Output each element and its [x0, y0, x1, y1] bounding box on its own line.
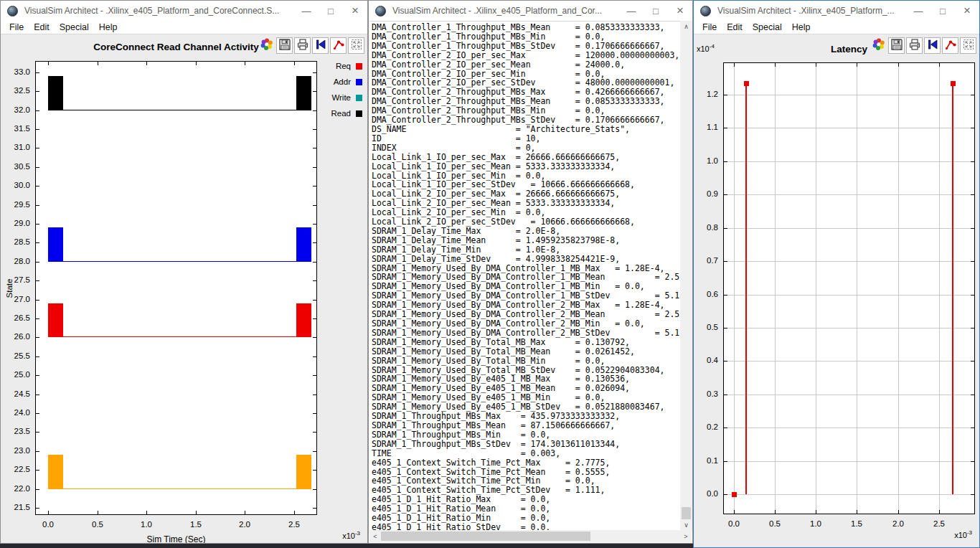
x-tick-label: 2.0: [232, 520, 258, 529]
x-tick: [734, 63, 735, 67]
chart-coreconnect-activity[interactable]: 0.00.51.01.52.02.533.032.532.031.531.030…: [1, 34, 367, 543]
y-tick-label: 1.2: [694, 90, 718, 98]
x-tick: [939, 63, 940, 67]
toolbar-button-stem-plot[interactable]: [330, 37, 347, 54]
x-tick: [146, 62, 147, 65]
y-tick: [36, 280, 39, 281]
titlebar[interactable]: VisualSim Architect - .Xilinx_e405_Platf…: [369, 1, 692, 21]
legend-label: Addr: [334, 77, 351, 86]
y-tick-label: 29.5: [5, 200, 30, 209]
close-button[interactable]: ×: [343, 1, 367, 21]
x-tick: [146, 511, 147, 514]
y-tick-label: 1.0: [694, 156, 718, 165]
y-tick-label: 0.8: [694, 223, 718, 232]
legend-item-write: Write: [319, 93, 362, 102]
y-tick: [36, 432, 39, 433]
gridline-vertical: [939, 62, 940, 514]
x-tick: [294, 511, 295, 514]
y-tick: [36, 167, 39, 168]
app-icon: [7, 6, 18, 16]
y-tick: [313, 280, 316, 281]
menu-edit[interactable]: Edit: [722, 22, 748, 32]
y-tick: [724, 228, 727, 229]
minimize-button[interactable]: —: [619, 1, 644, 21]
close-button[interactable]: ×: [668, 1, 692, 21]
menu-file[interactable]: File: [697, 22, 722, 32]
y-tick-label: 24.0: [5, 408, 30, 417]
x-tick: [898, 510, 899, 514]
gridline-vertical: [734, 62, 735, 514]
y-tick: [971, 494, 974, 495]
window-coreconnect-activity: VisualSim Architect - .Xilinx_e405_Platf…: [0, 0, 368, 544]
titlebar[interactable]: VisualSim Architect - .Xilinx_e405_Platf…: [694, 1, 979, 21]
x-tick-label: 0.0: [35, 520, 61, 529]
y-tick: [36, 72, 39, 73]
y-tick-label: 21.5: [5, 503, 30, 511]
titlebar[interactable]: VisualSim Architect - .Xilinx_e405_Platf…: [1, 1, 367, 21]
menu-help[interactable]: Help: [787, 22, 816, 32]
y-tick: [313, 91, 316, 92]
y-tick: [313, 375, 316, 376]
x-tick: [245, 511, 245, 514]
y-tick: [36, 337, 39, 338]
scroll-up-button[interactable]: ∧: [680, 21, 692, 32]
gridline-horizontal: [723, 128, 975, 128]
y-tick: [36, 470, 39, 471]
maximize-button[interactable]: □: [930, 1, 955, 21]
gridline-horizontal: [723, 95, 975, 95]
x-tick: [48, 511, 49, 514]
y-tick: [313, 337, 316, 338]
scroll-right-button[interactable]: >: [680, 530, 692, 542]
minimize-button[interactable]: —: [294, 1, 319, 21]
horizontal-scrollbar[interactable]: < >: [369, 530, 692, 542]
menu-file[interactable]: File: [4, 22, 29, 32]
y-tick: [313, 356, 316, 357]
stem-line: [745, 83, 747, 494]
y-tick-label: 0.0: [694, 489, 718, 498]
close-button[interactable]: ×: [955, 1, 979, 21]
y-tick: [313, 205, 316, 206]
y-tick: [36, 451, 39, 452]
window-architecture-stats: VisualSim Architect - .Xilinx_e405_Platf…: [368, 0, 693, 544]
scroll-down-button[interactable]: ∨: [680, 519, 692, 531]
y-tick: [971, 194, 974, 195]
x-tick-label: 1.0: [803, 519, 829, 528]
y-tick: [313, 300, 316, 301]
y-tick: [36, 205, 39, 206]
gridline-horizontal: [723, 228, 975, 229]
scroll-left-button[interactable]: <: [369, 530, 381, 542]
legend-item-addr: Addr: [319, 77, 362, 86]
menu-special[interactable]: Special: [55, 22, 94, 32]
y-tick-label: 26.0: [5, 332, 30, 341]
gridline-vertical: [816, 62, 816, 514]
x-tick-label: 0.5: [85, 520, 110, 529]
menu-special[interactable]: Special: [748, 22, 787, 32]
gridline-vertical: [775, 62, 776, 514]
y-tick-label: 0.2: [694, 422, 718, 431]
x-scale-label: x10-3: [342, 530, 360, 540]
vertical-scrollbar[interactable]: ∧ ∨: [680, 21, 692, 531]
toolbar-button-fullscreen[interactable]: [348, 37, 364, 54]
y-tick: [36, 91, 39, 92]
menu-edit[interactable]: Edit: [29, 22, 55, 32]
y-tick-label: 0.3: [694, 389, 718, 398]
horizontal-scroll-thumb[interactable]: [381, 532, 590, 541]
maximize-button[interactable]: □: [644, 1, 668, 21]
menu-bar: FileEditSpecialHelp: [1, 21, 367, 34]
chart-latency[interactable]: 0.00.51.01.52.02.50.00.10.20.30.40.50.60…: [694, 34, 979, 547]
y-tick: [36, 110, 39, 111]
x-tick: [98, 62, 98, 65]
x-tick-label: 1.5: [844, 519, 870, 528]
y-tick: [724, 128, 727, 128]
y-tick-label: 31.0: [5, 143, 30, 151]
baseline-addr: [63, 261, 296, 262]
gridline-vertical: [857, 62, 857, 514]
maximize-button[interactable]: □: [319, 1, 343, 21]
y-tick: [313, 508, 316, 509]
minimize-button[interactable]: —: [906, 1, 930, 21]
gridline-horizontal: [723, 194, 975, 195]
plot-area: [723, 62, 975, 514]
bar-segment-read: [48, 76, 63, 110]
menu-help[interactable]: Help: [94, 22, 123, 32]
y-tick: [971, 361, 974, 362]
